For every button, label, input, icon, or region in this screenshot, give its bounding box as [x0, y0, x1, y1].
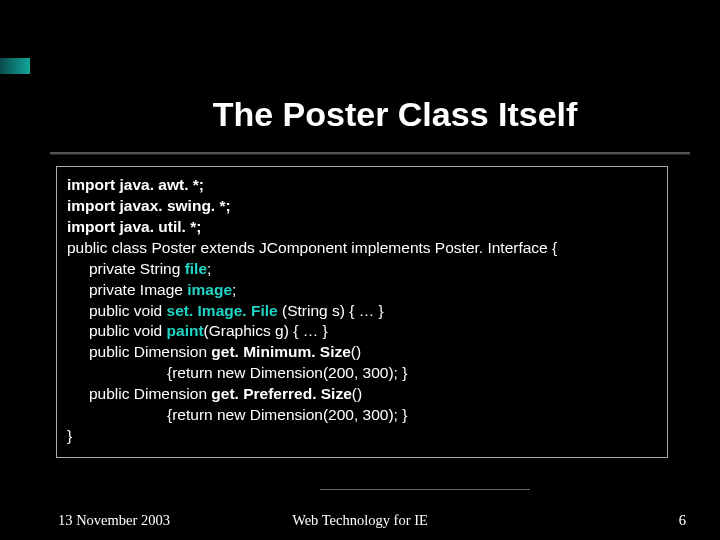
- slide-title: The Poster Class Itself: [120, 0, 700, 152]
- code-text: (): [351, 343, 361, 360]
- code-text: ;: [232, 281, 236, 298]
- code-identifier: get. Preferred. Size: [211, 385, 351, 402]
- footer-divider: [320, 489, 530, 490]
- code-text: public Dimension: [89, 385, 211, 402]
- title-underline: [50, 152, 690, 154]
- footer-title: Web Technology for IE: [0, 512, 720, 529]
- code-text: public void: [89, 322, 167, 339]
- accent-bar: [0, 58, 30, 74]
- slide: The Poster Class Itself import java. awt…: [0, 0, 720, 540]
- code-identifier: image: [187, 281, 232, 298]
- code-line: import java. util. *;: [67, 217, 657, 238]
- code-text: public void: [89, 302, 167, 319]
- code-identifier: file: [185, 260, 207, 277]
- code-line: public Dimension get. Minimum. Size(): [67, 342, 657, 363]
- code-line: import java. awt. *;: [67, 175, 657, 196]
- code-text: (): [352, 385, 362, 402]
- code-identifier: get. Minimum. Size: [211, 343, 351, 360]
- code-line: private String file;: [67, 259, 657, 280]
- code-text: private Image: [89, 281, 187, 298]
- code-text: (String s) { … }: [278, 302, 384, 319]
- code-box: import java. awt. *; import javax. swing…: [56, 166, 668, 458]
- code-text: private String: [89, 260, 185, 277]
- code-text: (Graphics g) { … }: [204, 322, 328, 339]
- code-line: {return new Dimension(200, 300); }: [67, 363, 657, 384]
- code-text: public Dimension: [89, 343, 211, 360]
- code-line: import javax. swing. *;: [67, 196, 657, 217]
- code-line: {return new Dimension(200, 300); }: [67, 405, 657, 426]
- page-number: 6: [679, 512, 686, 529]
- code-line: private Image image;: [67, 280, 657, 301]
- code-identifier: paint: [167, 322, 204, 339]
- code-text: ;: [207, 260, 211, 277]
- code-line: public void paint(Graphics g) { … }: [67, 321, 657, 342]
- code-line: }: [67, 426, 657, 447]
- code-line: public void set. Image. File (String s) …: [67, 301, 657, 322]
- code-line: public class Poster extends JComponent i…: [67, 238, 657, 259]
- code-identifier: set. Image. File: [167, 302, 278, 319]
- code-line: public Dimension get. Preferred. Size(): [67, 384, 657, 405]
